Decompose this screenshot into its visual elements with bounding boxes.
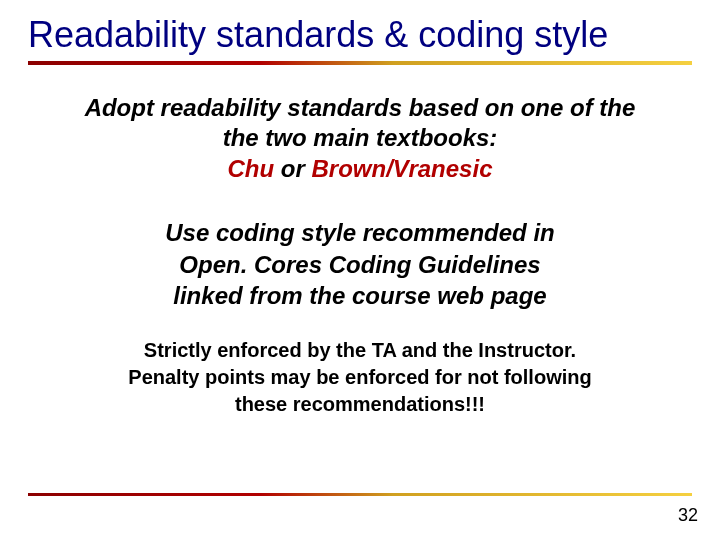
page-number: 32 xyxy=(678,505,698,526)
slide-title: Readability standards & coding style xyxy=(28,14,692,55)
textbooks-line2: the two main textbooks: xyxy=(28,123,692,153)
enforcement-line3: these recommendations!!! xyxy=(28,391,692,418)
guidelines-line3: linked from the course web page xyxy=(28,280,692,311)
option-chu: Chu xyxy=(228,155,275,182)
enforcement-line2: Penalty points may be enforced for not f… xyxy=(28,364,692,391)
guidelines-line2: Open. Cores Coding Guidelines xyxy=(28,249,692,280)
section-textbooks: Adopt readability standards based on one… xyxy=(28,93,692,183)
option-brown-vranesic: Brown/Vranesic xyxy=(312,155,493,182)
guidelines-line1: Use coding style recommended in xyxy=(28,217,692,248)
textbooks-line1: Adopt readability standards based on one… xyxy=(28,93,692,123)
footer-divider xyxy=(28,493,692,496)
section-guidelines: Use coding style recommended in Open. Co… xyxy=(28,217,692,311)
section-enforcement: Strictly enforced by the TA and the Inst… xyxy=(28,337,692,418)
title-divider xyxy=(28,61,692,65)
enforcement-line1: Strictly enforced by the TA and the Inst… xyxy=(28,337,692,364)
option-or: or xyxy=(274,155,311,182)
textbooks-options: Chu or Brown/Vranesic xyxy=(28,155,692,183)
slide: Readability standards & coding style Ado… xyxy=(0,0,720,540)
